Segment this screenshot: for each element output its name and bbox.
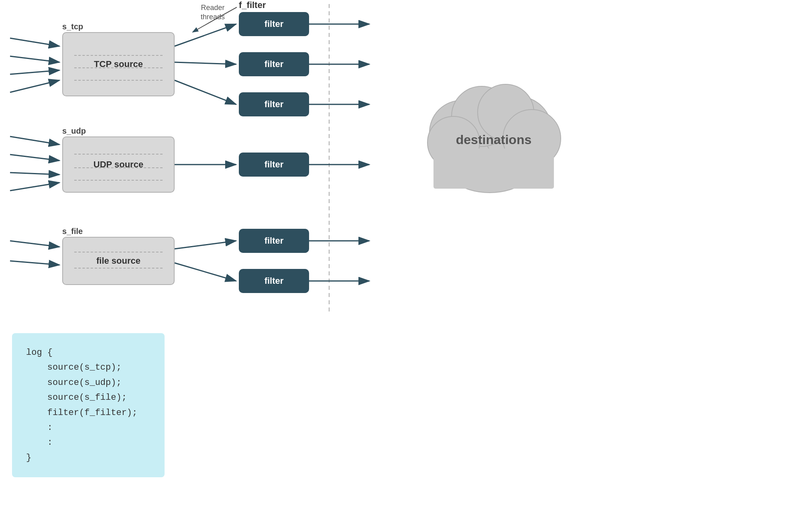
svg-rect-38: [433, 149, 554, 189]
filter-box-2: filter: [239, 52, 309, 76]
filter-box-5: filter: [239, 229, 309, 253]
s-file-label: s_file: [62, 227, 83, 236]
svg-line-3: [10, 56, 59, 62]
code-content: log { source(s_tcp); source(s_udp); sour…: [26, 345, 151, 465]
svg-line-9: [10, 183, 59, 191]
filter-box-6: filter: [239, 269, 309, 293]
tcp-source-box: TCP source: [62, 32, 175, 96]
file-source-box: file source: [62, 237, 175, 285]
destinations-label: destinations: [433, 132, 554, 147]
udp-source-box: UDP source: [62, 136, 175, 193]
filter-label-3: filter: [265, 99, 284, 110]
svg-line-5: [10, 80, 59, 92]
s-udp-label: s_udp: [62, 126, 86, 136]
diagram-container: s_tcp s_udp s_file TCP source UDP source…: [0, 0, 812, 521]
svg-line-7: [10, 155, 59, 161]
filter-label-4: filter: [265, 159, 284, 170]
svg-line-14: [175, 80, 236, 104]
reader-threads-annotation: Readerthreads: [201, 3, 225, 22]
code-box: log { source(s_tcp); source(s_udp); sour…: [12, 333, 165, 477]
svg-line-16: [175, 241, 236, 249]
svg-line-6: [10, 136, 59, 144]
svg-line-12: [175, 24, 236, 46]
svg-line-8: [10, 173, 59, 175]
s-tcp-label: s_tcp: [62, 22, 83, 31]
filter-label-1: filter: [265, 19, 284, 29]
svg-line-11: [10, 261, 59, 265]
filter-box-1: filter: [239, 12, 309, 36]
filter-label-5: filter: [265, 236, 284, 246]
svg-line-4: [10, 70, 59, 74]
svg-line-17: [175, 263, 236, 281]
svg-line-10: [10, 241, 59, 247]
filter-box-4: filter: [239, 153, 309, 177]
file-source-label: file source: [96, 256, 140, 266]
udp-source-label: UDP source: [94, 159, 143, 170]
filter-label-6: filter: [265, 276, 284, 286]
svg-line-13: [175, 62, 236, 64]
filter-box-3: filter: [239, 92, 309, 116]
filter-label-2: filter: [265, 59, 284, 69]
f-filter-label: f_filter: [239, 0, 266, 10]
svg-line-2: [10, 38, 59, 46]
